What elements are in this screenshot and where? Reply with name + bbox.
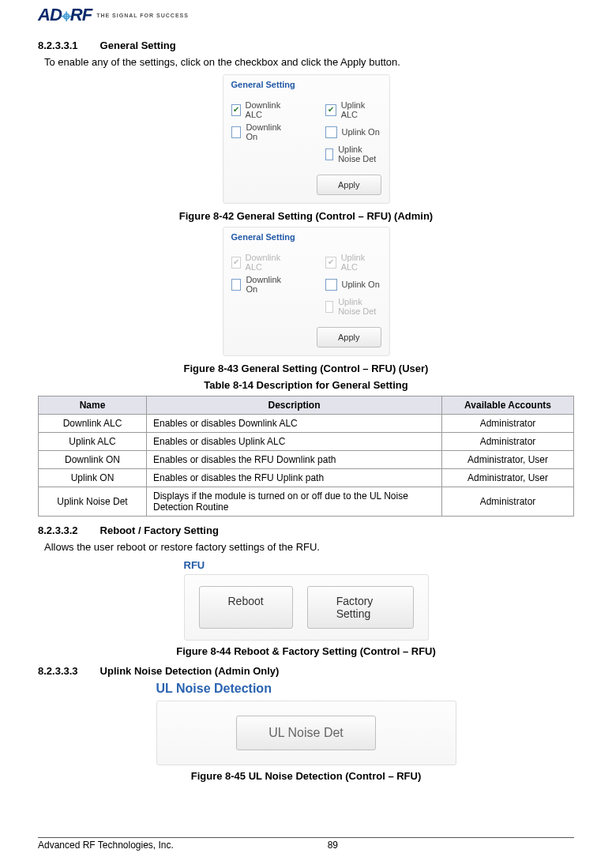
table-row: Uplink ONEnables or disables the RFU Upl… — [39, 469, 574, 487]
page-footer: Advanced RF Technologies, Inc. 89 — [38, 837, 574, 851]
cell-name: Uplink ON — [39, 469, 147, 487]
uplink-on-label: Uplink On — [342, 127, 380, 137]
reboot-button: Reboot — [199, 586, 293, 629]
checkbox-icon — [325, 279, 337, 291]
cell-desc: Enables or disables the RFU Uplink path — [147, 469, 442, 487]
section-title: General Setting — [100, 39, 176, 51]
checkbox-icon — [231, 126, 242, 138]
general-setting-table: Name Description Available Accounts Down… — [38, 396, 574, 517]
th-desc: Description — [147, 396, 442, 415]
checkbox-icon — [325, 148, 334, 160]
footer-company: Advanced RF Technologies, Inc. — [38, 840, 328, 851]
ul-noise-screenshot: UL Noise Detection UL Noise Det — [156, 682, 456, 765]
downlink-alc-label: Downlink ALC — [246, 100, 287, 119]
checkbox-icon — [231, 257, 241, 269]
section-title: Uplink Noise Detection (Admin Only) — [100, 665, 280, 677]
table-row: Downlink ONEnables or disables the RFU D… — [39, 451, 574, 469]
panel-title: General Setting — [223, 227, 389, 245]
ul-noise-det-button: UL Noise Det — [236, 716, 376, 750]
logo-letter: R — [70, 5, 82, 24]
uplink-on-label: Uplink On — [342, 280, 380, 289]
cell-acct: Administrator — [442, 487, 574, 517]
apply-button: Apply — [317, 175, 381, 195]
cell-desc: Enables or disables Uplink ALC — [147, 433, 442, 451]
th-name: Name — [39, 396, 147, 415]
checkbox-icon — [325, 104, 336, 116]
factory-setting-button: Factory Setting — [307, 586, 414, 629]
cell-acct: Administrator, User — [442, 451, 574, 469]
general-setting-admin-screenshot: General Setting Downlink ALC Uplink ALC … — [223, 74, 390, 204]
cell-desc: Enables or disables the RFU Downlink pat… — [147, 451, 442, 469]
rfu-screenshot: RFU Reboot Factory Setting — [184, 559, 429, 641]
checkbox-icon — [325, 126, 337, 138]
section-number: 8.2.3.3.3 — [38, 665, 78, 677]
figure-caption: Figure 8-44 Reboot & Factory Setting (Co… — [38, 645, 574, 657]
logo-letter: A — [38, 5, 50, 24]
uplink-alc-label: Uplink ALC — [341, 100, 381, 119]
panel-title: RFU — [184, 559, 429, 571]
uplink-noise-label: Uplink Noise Det — [338, 297, 381, 316]
section-number: 8.2.3.3.2 — [38, 524, 78, 536]
brand-tagline: THE SIGNAL FOR SUCCESS — [96, 13, 189, 18]
cell-name: Uplink Noise Det — [39, 487, 147, 517]
panel-title: General Setting — [223, 75, 389, 92]
general-setting-user-screenshot: General Setting Downlink ALC Uplink ALC … — [223, 227, 390, 356]
apply-button: Apply — [317, 327, 381, 348]
brand-logo: AD⌖RF — [38, 5, 92, 25]
uplink-alc-label: Uplink ALC — [341, 253, 381, 272]
table-caption: Table 8-14 Description for General Setti… — [38, 379, 574, 391]
wifi-icon: ⌖ — [62, 6, 70, 27]
downlink-on-label: Downlink On — [246, 275, 287, 294]
cell-name: Downlink ALC — [39, 415, 147, 433]
table-row: Uplink Noise DetDisplays if the module i… — [39, 487, 574, 517]
section-title: Reboot / Factory Setting — [100, 524, 219, 536]
page-number: 89 — [328, 840, 338, 851]
cell-name: Uplink ALC — [39, 433, 147, 451]
downlink-on-label: Downlink On — [246, 122, 287, 141]
cell-acct: Administrator, User — [442, 469, 574, 487]
section-intro: Allows the user reboot or restore factor… — [44, 541, 574, 553]
checkbox-icon — [231, 279, 242, 291]
figure-caption: Figure 8-45 UL Noise Detection (Control … — [38, 770, 574, 782]
table-row: Downlink ALCEnables or disables Downlink… — [39, 415, 574, 433]
uplink-noise-label: Uplink Noise Det — [338, 145, 381, 163]
downlink-alc-label: Downlink ALC — [246, 253, 287, 272]
panel-title: UL Noise Detection — [156, 682, 456, 696]
cell-name: Downlink ON — [39, 451, 147, 469]
th-acct: Available Accounts — [442, 396, 574, 415]
checkbox-icon — [325, 301, 334, 313]
figure-caption: Figure 8-42 General Setting (Control – R… — [38, 210, 574, 222]
checkbox-icon — [231, 104, 241, 116]
cell-desc: Displays if the module is turned on or o… — [147, 487, 442, 517]
section-intro: To enable any of the settings, click on … — [44, 56, 574, 68]
checkbox-icon — [325, 257, 336, 269]
logo-letter: D — [50, 5, 62, 24]
logo-letter: F — [82, 5, 92, 24]
cell-acct: Administrator — [442, 415, 574, 433]
figure-caption: Figure 8-43 General Setting (Control – R… — [38, 363, 574, 374]
table-row: Uplink ALCEnables or disables Uplink ALC… — [39, 433, 574, 451]
cell-desc: Enables or disables Downlink ALC — [147, 415, 442, 433]
section-number: 8.2.3.3.1 — [38, 39, 78, 51]
cell-acct: Administrator — [442, 433, 574, 451]
header-logo: AD⌖RF THE SIGNAL FOR SUCCESS — [38, 0, 574, 25]
